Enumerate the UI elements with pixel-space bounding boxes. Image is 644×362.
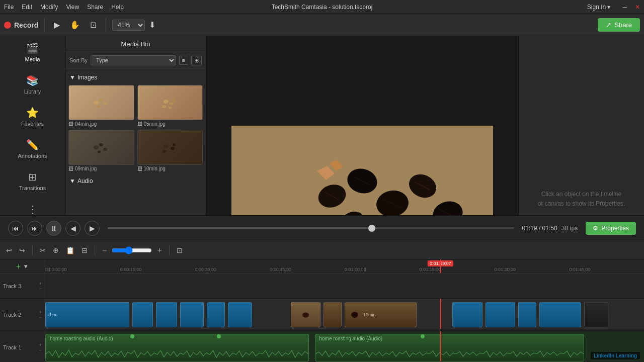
track-2-row: Track 2 + − chec 10mi xyxy=(0,299,644,331)
menu-share[interactable]: Share xyxy=(87,4,103,11)
tl-separator-1 xyxy=(32,245,33,255)
fps-display: 30 fps xyxy=(561,225,578,232)
scrubber-thumb[interactable] xyxy=(368,225,375,232)
media-item-09min[interactable]: 🖼 09min.jpg xyxy=(68,130,134,171)
clip-5[interactable] xyxy=(207,302,225,327)
sort-selector[interactable]: Type Name Date xyxy=(91,55,176,65)
nav-media[interactable]: 🎬 Media xyxy=(0,36,65,68)
next-frame-button[interactable]: ▶ xyxy=(85,221,100,236)
pan-tool[interactable]: ✋ xyxy=(67,18,83,32)
media-icon: 🎬 xyxy=(26,42,39,54)
thumb-10min-label: 🖼 10min.jpg xyxy=(137,166,203,171)
svg-point-5 xyxy=(169,102,173,105)
menu-file[interactable]: File xyxy=(4,4,14,11)
clip-post-2[interactable] xyxy=(486,302,516,327)
clip-6[interactable] xyxy=(228,302,252,327)
clip-2[interactable] xyxy=(132,302,153,327)
media-item-05min[interactable]: 🖼 05min.jpg xyxy=(137,85,203,127)
nav-annotations[interactable]: ✏️ Annotations xyxy=(0,133,65,165)
track-1-expand-btn[interactable]: + xyxy=(39,342,42,347)
app-title: TechSmith Camtasia - solution.tscproj xyxy=(272,0,373,14)
step-back-button[interactable]: ⏭ xyxy=(27,221,42,236)
tl-separator-3 xyxy=(169,245,170,255)
properties-btn-label: Properties xyxy=(601,225,629,232)
minimize-btn[interactable]: ─ xyxy=(622,4,627,11)
media-item-04min[interactable]: 🖼 04min.jpg xyxy=(68,85,134,127)
clip-4[interactable] xyxy=(180,302,204,327)
zoom-out-btn[interactable]: − xyxy=(100,245,109,256)
image-icon-3: 🖼 xyxy=(68,166,73,171)
track-3-content xyxy=(45,274,644,298)
clip-coffee-2[interactable] xyxy=(324,302,342,327)
clip-3[interactable] xyxy=(156,302,177,327)
pause-button[interactable]: ⏸ xyxy=(46,221,61,236)
menu-help[interactable]: Help xyxy=(111,4,124,11)
image-icon-4: 🖼 xyxy=(137,166,142,171)
share-label: Share xyxy=(614,21,632,29)
fit-timeline-btn[interactable]: ⊡ xyxy=(175,245,185,255)
time-ruler[interactable]: 0:01:19;07 0:00:00;00 0:00:15;00 0:00:30… xyxy=(45,259,644,273)
crop-tool[interactable]: ⊡ xyxy=(87,18,100,32)
clip-10min-label: 10min xyxy=(363,312,376,317)
select-tool[interactable]: ▶ xyxy=(51,18,63,32)
redo-button[interactable]: ↪ xyxy=(17,245,27,255)
menu-modify[interactable]: Modify xyxy=(40,4,58,11)
zoom-selector[interactable]: 41% 25% 50% 75% 100% xyxy=(112,20,145,31)
track-3-controls: + − xyxy=(39,281,42,291)
track-2-collapse-btn[interactable]: − xyxy=(39,315,42,320)
clip-post-5[interactable] xyxy=(584,302,608,327)
images-section-header[interactable]: ▼ Images xyxy=(68,72,203,83)
split-button[interactable]: ⊟ xyxy=(79,245,90,255)
collapse-tracks-button[interactable]: ▼ xyxy=(23,263,29,270)
close-btn[interactable]: ✕ xyxy=(635,4,640,11)
menu-edit[interactable]: Edit xyxy=(22,4,32,11)
add-track-button[interactable]: + xyxy=(16,262,21,271)
track-2-expand-btn[interactable]: + xyxy=(39,310,42,315)
audio-section-header[interactable]: ▼ Audio xyxy=(68,175,203,187)
cut-button[interactable]: ✂ xyxy=(38,245,48,255)
track-2-content[interactable]: chec 10min xyxy=(45,299,644,329)
scrubber[interactable] xyxy=(108,227,514,229)
nav-library[interactable]: 📚 Library xyxy=(0,68,65,101)
undo-button[interactable]: ↩ xyxy=(4,245,14,255)
timeline-toolbar: ↩ ↪ ✂ ⊕ 📋 ⊟ − + ⊡ xyxy=(0,241,644,259)
track-3-expand-btn[interactable]: + xyxy=(39,281,42,286)
clip-chec[interactable]: chec xyxy=(45,302,129,327)
menu-view[interactable]: View xyxy=(66,4,79,11)
clip-10min[interactable]: 10min xyxy=(345,302,417,327)
ruler-playhead xyxy=(440,259,441,273)
properties-button[interactable]: ⚙ Properties xyxy=(586,222,636,235)
track-3-collapse-btn[interactable]: − xyxy=(39,286,42,291)
nav-transitions[interactable]: ⊞ Transitions xyxy=(0,165,65,197)
share-button[interactable]: ↗ Share xyxy=(598,18,640,32)
svg-point-3 xyxy=(97,106,100,108)
tl-separator-2 xyxy=(95,245,95,255)
total-time: 01:50 xyxy=(542,225,557,232)
zoom-in-btn[interactable]: + xyxy=(155,245,164,256)
track-1-collapse-btn[interactable]: − xyxy=(39,347,42,352)
track-1-content[interactable]: home roasting audio (Audio) home roastin… xyxy=(45,331,644,361)
rewind-button[interactable]: ⏮ xyxy=(8,221,23,236)
svg-point-36 xyxy=(303,313,308,317)
clip-post-3[interactable] xyxy=(518,302,536,327)
prev-frame-button[interactable]: ◀ xyxy=(65,221,80,236)
download-icon[interactable]: ⬇ xyxy=(149,20,155,30)
sign-in-btn[interactable]: Sign In ▾ xyxy=(587,4,611,11)
clip-post-1[interactable] xyxy=(452,302,482,327)
clip-coffee-1[interactable] xyxy=(291,302,321,327)
audio-clip-1[interactable]: home roasting audio (Audio) xyxy=(45,334,309,361)
media-item-10min[interactable]: 🖼 10min.jpg xyxy=(137,130,203,171)
copy-button[interactable]: ⊕ xyxy=(51,245,61,255)
timeline-zoom-slider[interactable] xyxy=(112,246,152,254)
audio-clip-2[interactable]: home roasting audio (Audio) xyxy=(315,334,585,361)
grid-view-button[interactable]: ⊞ xyxy=(191,56,202,65)
record-button[interactable]: Record xyxy=(4,21,38,29)
paste-button[interactable]: 📋 xyxy=(64,245,76,255)
list-view-button[interactable]: ≡ xyxy=(179,56,188,65)
audio-anchor-2 xyxy=(217,334,221,338)
nav-favorites[interactable]: ⭐ Favorites xyxy=(0,101,65,133)
clip-post-4[interactable] xyxy=(539,302,581,327)
svg-point-2 xyxy=(103,102,107,105)
properties-hint-line1: Click an object on the timeline xyxy=(541,191,621,198)
record-indicator xyxy=(4,22,11,29)
